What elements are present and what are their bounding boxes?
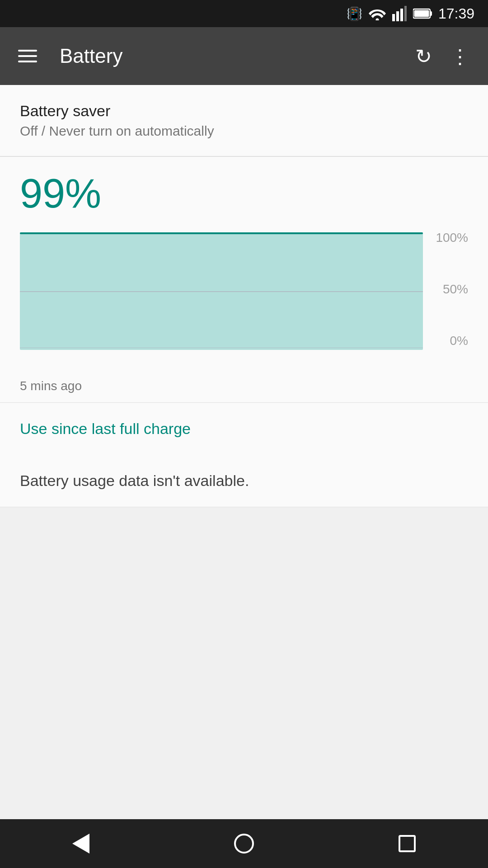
chart-label-100: 100% [432, 231, 468, 245]
svg-rect-3 [400, 9, 403, 21]
home-button[interactable] [221, 829, 267, 858]
app-bar-actions: ↻ ⋮ [411, 40, 474, 72]
menu-icon [18, 61, 37, 62]
vibrate-icon: 📳 [347, 6, 362, 21]
nav-bar [0, 819, 488, 868]
chart-labels: 100% 50% 0% [432, 231, 468, 375]
svg-point-0 [375, 19, 379, 21]
battery-usage-text: Battery usage data isn't available. [20, 472, 468, 490]
chart-label-50: 50% [432, 282, 468, 297]
svg-rect-6 [430, 11, 432, 16]
svg-rect-4 [404, 6, 407, 21]
menu-icon [18, 50, 37, 52]
chart-label-0: 0% [432, 334, 468, 348]
chart-mid-line [20, 291, 423, 292]
chart-area [20, 231, 423, 375]
svg-rect-7 [414, 10, 429, 17]
status-icons: 📳 17:39 [347, 5, 474, 22]
svg-rect-2 [396, 11, 399, 21]
battery-status-icon [413, 8, 432, 19]
recents-button[interactable] [385, 830, 429, 857]
more-options-button[interactable]: ⋮ [446, 40, 474, 72]
page-title: Battery [60, 45, 402, 67]
signal-icon [392, 6, 407, 21]
battery-saver-title: Battery saver [20, 102, 468, 120]
chart-container: 100% 50% 0% [20, 231, 468, 375]
battery-percentage: 99% [20, 170, 468, 217]
refresh-button[interactable]: ↻ [411, 40, 436, 72]
battery-usage-section: Battery usage data isn't available. [0, 455, 488, 507]
chart-section: 100% 50% 0% 5 mins ago [0, 231, 488, 402]
use-since-link[interactable]: Use since last full charge [20, 420, 191, 437]
status-bar: 📳 17:39 [0, 0, 488, 27]
use-since-section: Use since last full charge [0, 403, 488, 455]
status-time: 17:39 [438, 5, 474, 22]
back-icon [72, 834, 89, 854]
wifi-icon [369, 7, 386, 20]
home-icon [234, 834, 254, 854]
svg-rect-1 [392, 14, 395, 21]
app-bar: Battery ↻ ⋮ [0, 27, 488, 85]
battery-saver-section[interactable]: Battery saver Off / Never turn on automa… [0, 85, 488, 156]
chart-bottom-line [20, 348, 423, 349]
time-label: 5 mins ago [20, 379, 468, 393]
recents-icon [399, 835, 416, 852]
chart-top-line [20, 232, 423, 234]
back-button[interactable] [59, 829, 103, 858]
percentage-section: 99% [0, 157, 488, 231]
battery-saver-subtitle: Off / Never turn on automatically [20, 123, 468, 139]
empty-space [0, 507, 488, 733]
menu-button[interactable] [14, 45, 42, 67]
content-area: Battery saver Off / Never turn on automa… [0, 85, 488, 733]
menu-icon [18, 55, 37, 57]
